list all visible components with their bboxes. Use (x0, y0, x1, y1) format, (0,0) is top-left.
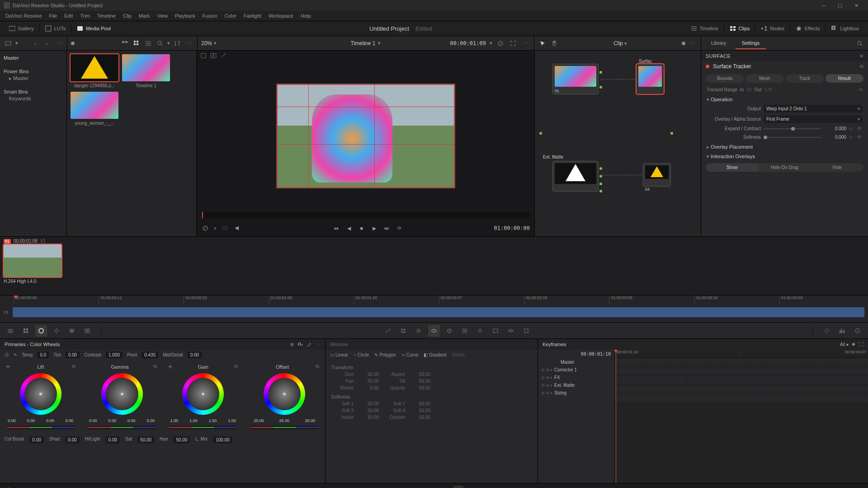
viewer-more-icon[interactable]: ⋯ (521, 39, 530, 48)
tab-track[interactable]: Track (786, 74, 824, 83)
seg-hide[interactable]: Hide (811, 163, 863, 172)
menu-clip[interactable]: Clip (119, 13, 135, 19)
menu-edit[interactable]: Edit (61, 13, 76, 19)
clip-thumbnail[interactable]: 01 00:00:01:09 V1 H.264 High L4.0 (4, 239, 61, 284)
offset-wheel[interactable] (264, 373, 305, 415)
tab-mesh[interactable]: Mesh (745, 74, 783, 83)
tab-library[interactable]: Library (705, 38, 733, 49)
reset-offset-icon[interactable]: ⟲ (315, 364, 319, 370)
kf-ext-matte[interactable]: ▸Ext. Matte (538, 381, 614, 389)
timeline-ruler[interactable]: 01:00:00:00 01:00:00:11 01:00:00:22 01:0… (0, 295, 868, 322)
timeline-name[interactable]: Timeline 1 (351, 40, 376, 47)
menu-davinci[interactable]: DaVinci Resolve (2, 13, 46, 19)
insp-search-icon[interactable] (855, 39, 864, 48)
picker-icon[interactable] (307, 341, 312, 347)
page-fairlight[interactable] (478, 486, 488, 488)
viewer-timecode[interactable]: 00:00:01:09 (450, 40, 486, 47)
menu-fusion[interactable]: Fusion (199, 13, 221, 19)
first-frame-button[interactable]: ⏮ (332, 224, 340, 232)
lmix-value[interactable]: 100.00 (213, 436, 232, 443)
media-pool-button[interactable]: Media Pool (73, 23, 114, 33)
tracker-icon[interactable] (443, 325, 455, 337)
node-surface[interactable] (637, 64, 664, 94)
contrast-value[interactable]: 1.000 (106, 352, 123, 358)
menu-file[interactable]: File (46, 13, 61, 19)
nodes-button[interactable]: Nodes (757, 23, 788, 33)
more-icon[interactable]: ⋯ (54, 39, 63, 48)
page-fusion[interactable] (429, 486, 439, 488)
win-rotate-value[interactable]: 0.00 (357, 385, 379, 390)
reset-gain-icon[interactable]: ⟲ (234, 364, 238, 370)
temp-value[interactable]: 0.0 (37, 352, 49, 358)
close-inspector-icon[interactable]: ✕ (859, 53, 863, 59)
warper-icon[interactable] (397, 325, 409, 337)
expand-reset-icon[interactable]: ⟲ (857, 126, 863, 131)
loop-eye-icon[interactable] (221, 224, 229, 232)
lift-wheel[interactable] (20, 373, 61, 415)
kf-playhead-icon[interactable] (616, 350, 616, 483)
softness-slider[interactable] (764, 137, 821, 138)
tint-value[interactable]: 0.00 (66, 352, 80, 358)
linear-tool[interactable]: ▭ Linear (330, 352, 348, 357)
unmix-icon[interactable] (201, 224, 209, 232)
win-opacity-value[interactable]: 50.00 (409, 385, 430, 390)
page-cut[interactable] (380, 486, 390, 488)
page-color[interactable] (453, 486, 463, 488)
picker2-icon[interactable]: ✎ (14, 352, 17, 357)
bin-master[interactable]: Master (4, 53, 63, 62)
soft1-value[interactable]: 50.00 (357, 401, 379, 406)
page-edit[interactable] (405, 486, 415, 488)
kf-expand-icon[interactable]: ⛶ (859, 342, 863, 347)
kf-fx[interactable]: ▸FX (538, 374, 614, 381)
outside-value[interactable]: 50.00 (409, 415, 430, 420)
menu-trim[interactable]: Trim (76, 13, 94, 19)
blur-icon[interactable] (474, 325, 486, 337)
curve-tool[interactable]: ∿ Curve (401, 352, 419, 357)
prev-icon[interactable]: ‹ (31, 39, 40, 48)
menu-view[interactable]: View (153, 13, 171, 19)
media-item[interactable]: Timeline 1 (122, 54, 170, 88)
tab-result[interactable]: Result (826, 74, 863, 83)
window-more-icon[interactable]: ⋯ (528, 342, 533, 347)
color-match-icon[interactable] (20, 325, 32, 337)
overlay-source-dropdown[interactable]: First Frame▾ (764, 115, 863, 123)
page-deliver[interactable] (502, 486, 512, 488)
lift-jog[interactable] (7, 426, 75, 429)
thumb-view-icon[interactable] (120, 39, 129, 48)
keyframe-lane[interactable]: 00:00:01:1000:00:04:07 (615, 350, 868, 483)
grid-view-icon[interactable] (132, 39, 141, 48)
zoom-value[interactable]: 20% (201, 40, 212, 47)
expand-keyframe-icon[interactable]: ◇ (849, 126, 854, 131)
timeline-clip[interactable] (13, 307, 864, 317)
3d-icon[interactable] (520, 325, 532, 337)
window-icon[interactable] (428, 325, 440, 337)
viewer-canvas[interactable] (276, 84, 455, 188)
camera-raw-icon[interactable] (5, 325, 16, 337)
prim-mode-icon[interactable] (297, 341, 303, 347)
clips-button[interactable]: Clips (726, 23, 753, 33)
tracker-enable-dot[interactable] (706, 65, 709, 68)
timeline-button[interactable]: Timeline (687, 23, 722, 33)
wand-icon[interactable] (220, 52, 226, 60)
sizing-icon[interactable] (505, 325, 517, 337)
rgb-mixer-icon[interactable] (66, 325, 78, 337)
stop-button[interactable]: ■ (358, 224, 366, 232)
last-frame-button[interactable]: ⏭ (383, 224, 391, 232)
aw-icon[interactable]: Ⓐ (5, 352, 9, 358)
win-pan-value[interactable]: 50.00 (357, 379, 379, 384)
gain-wheel[interactable] (182, 373, 224, 415)
section-overlay-placement[interactable]: Overlay Placement (701, 141, 868, 151)
sat-value[interactable]: 50.00 (137, 436, 154, 443)
prev-frame-button[interactable]: ◀ (345, 224, 353, 232)
info-icon[interactable] (852, 325, 863, 337)
nodes-more-icon[interactable]: ⋯ (688, 39, 697, 48)
hue-value[interactable]: 50.00 (173, 436, 190, 443)
primaries-more-icon[interactable]: ⋯ (316, 342, 321, 347)
section-operation[interactable]: Operation (701, 94, 868, 103)
reset-range-icon[interactable]: ⟲ (859, 87, 863, 92)
minimize-button[interactable]: ─ (816, 0, 832, 11)
mute-icon[interactable] (234, 224, 242, 232)
win-aspect-value[interactable]: 50.00 (409, 372, 430, 377)
expand-slider[interactable] (764, 128, 821, 129)
bypass-icon[interactable] (496, 39, 505, 48)
